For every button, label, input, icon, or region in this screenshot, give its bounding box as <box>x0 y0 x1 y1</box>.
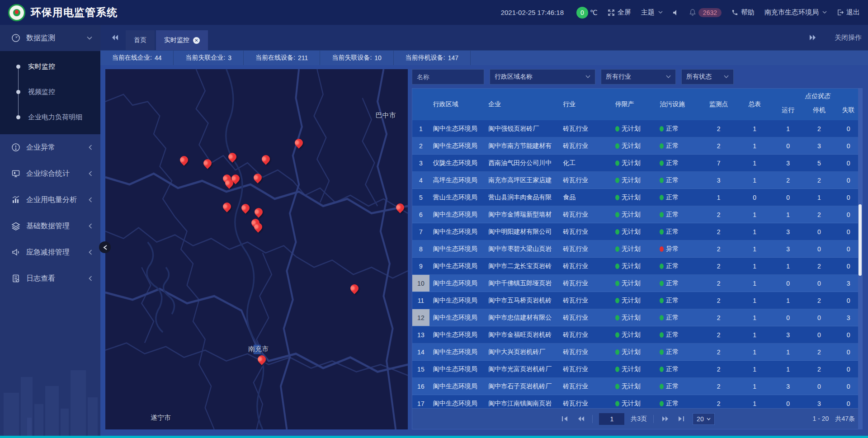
table-header: 行政区域企业行业停限产治污设施监测点总表点位状态运行停机失联 <box>412 89 862 120</box>
sidebar-item-1[interactable]: 企业异常 <box>0 134 100 160</box>
next-page-button[interactable] <box>660 414 670 424</box>
prev-page-button[interactable] <box>576 414 586 424</box>
sidebar-collapse-handle[interactable] <box>99 241 111 253</box>
cell-facility-status: 异常 <box>656 240 701 257</box>
chevron-down-icon <box>666 75 671 79</box>
table-row[interactable]: 17阆中生态环境局阆中市江南镇阆南页岩砖瓦行业无计划正常21030 <box>412 395 862 408</box>
cell-company: 阆中市忠信建材有限公 <box>485 309 559 326</box>
log-icon <box>11 273 21 283</box>
notifications-button[interactable]: 2632 <box>689 8 722 17</box>
sidebar-item-4[interactable]: 基础数据管理 <box>0 213 100 239</box>
cell-meters: 1 <box>736 275 773 292</box>
table-row[interactable]: 10阆中生态环境局阆中千佛镇五郎垭页岩砖瓦行业无计划正常21003 <box>412 275 862 292</box>
sidebar-item-5[interactable]: 应急减排管理 <box>0 239 100 265</box>
last-page-button[interactable] <box>676 414 686 424</box>
tab-1[interactable]: 实时监控✕ <box>156 30 208 50</box>
status-dot-icon <box>660 178 664 183</box>
industry-filter-select[interactable]: 所有行业 <box>601 69 676 85</box>
sidebar-subitem[interactable]: 企业电力负荷明细 <box>0 104 100 130</box>
sound-toggle[interactable] <box>673 9 679 16</box>
table-scrollbar[interactable] <box>858 89 862 429</box>
status-dot-icon <box>660 264 664 269</box>
map-pin-icon[interactable] <box>179 155 189 165</box>
tab-0[interactable]: 首页 <box>126 30 155 50</box>
map-pin-icon[interactable] <box>241 203 250 212</box>
table-row[interactable]: 1阆中生态环境局阆中强锐页岩砖厂砖瓦行业无计划正常21120 <box>412 120 862 137</box>
table-row[interactable]: 3仪陇生态环境局西南油气田分公司川中化工无计划正常71350 <box>412 155 862 172</box>
table-row[interactable]: 14阆中生态环境局阆中大兴页岩机砖厂砖瓦行业无计划正常21120 <box>412 344 862 361</box>
sidebar-subitem[interactable]: 视频监控 <box>0 79 100 104</box>
cell-region: 营山生态环境局 <box>429 189 485 206</box>
name-filter-input[interactable] <box>412 69 484 85</box>
fullscreen-button[interactable]: 全屏 <box>608 8 631 17</box>
map-roads <box>105 69 408 429</box>
cell-region: 阆中生态环境局 <box>429 326 485 343</box>
table-row[interactable]: 2阆中生态环境局阆中市南方节能建材有砖瓦行业无计划正常21030 <box>412 137 862 155</box>
tabs-scroll-left-button[interactable] <box>105 28 125 47</box>
help-button[interactable]: 帮助 <box>731 8 755 17</box>
table-row[interactable]: 9阆中生态环境局阆中市二龙长宝页岩砖砖瓦行业无计划正常21120 <box>412 258 862 275</box>
region-filter-select[interactable]: 行政区域名称 <box>490 69 595 85</box>
row-number: 12 <box>412 309 429 326</box>
fullscreen-icon <box>608 9 615 16</box>
map-pin-icon[interactable] <box>203 159 212 168</box>
table-row[interactable]: 5营山生态环境局营山县润丰肉食品有限食品无计划正常10010 <box>412 189 862 206</box>
table-row[interactable]: 11阆中生态环境局阆中市五马桥页岩机砖砖瓦行业无计划正常21120 <box>412 292 862 309</box>
sidebar: 数据监测实时监控视频监控企业电力负荷明细企业异常企业综合统计企业用电量分析基础数… <box>0 25 100 436</box>
status-dot-icon <box>660 367 664 372</box>
cell-region: 阆中生态环境局 <box>429 223 485 240</box>
chevron-left-icon <box>89 250 92 255</box>
map-pin-icon[interactable] <box>254 207 263 217</box>
table-row[interactable]: 13阆中生态环境局阆中市金福旺页岩机砖砖瓦行业无计划正常21300 <box>412 326 862 344</box>
map-pin-icon[interactable] <box>253 173 262 182</box>
sidebar-subitem[interactable]: 实时监控 <box>0 54 100 79</box>
theme-dropdown[interactable]: 主题 <box>641 8 663 17</box>
cell-meters: 1 <box>736 361 773 377</box>
sidebar-item-2[interactable]: 企业综合统计 <box>0 160 100 187</box>
map-pin-icon[interactable] <box>257 355 266 364</box>
cell-industry: 砖瓦行业 <box>559 309 611 326</box>
cell-meters: 1 <box>736 292 773 309</box>
table-row[interactable]: 8阆中生态环境局阆中市枣碧大梁山页岩砖瓦行业无计划异常21300 <box>412 240 862 258</box>
cell-region: 阆中生态环境局 <box>429 240 485 257</box>
cell-region: 阆中生态环境局 <box>429 120 485 137</box>
table-row[interactable]: 15阆中生态环境局阆中市光富页岩机砖厂砖瓦行业无计划正常21120 <box>412 361 862 378</box>
cell-company: 阆中市石子页岩机砖厂 <box>485 378 559 395</box>
first-page-button[interactable] <box>560 414 570 424</box>
bar-chart-icon <box>11 195 21 205</box>
tabs-scroll-right-button[interactable] <box>803 28 823 47</box>
map-pin-icon[interactable] <box>261 155 270 164</box>
table-row[interactable]: 7阆中生态环境局阆中明阳建材有限公司砖瓦行业无计划正常21300 <box>412 223 862 240</box>
map-pin-icon[interactable] <box>350 284 359 293</box>
table-row[interactable]: 12阆中生态环境局阆中市忠信建材有限公砖瓦行业无计划正常21003 <box>412 309 862 326</box>
cell-region: 阆中生态环境局 <box>429 292 485 309</box>
map-pin-icon[interactable] <box>294 138 303 147</box>
page-number-input[interactable] <box>599 413 624 425</box>
map-pin-icon[interactable] <box>222 202 231 211</box>
sidebar-item-0[interactable]: 数据监测 <box>0 25 100 51</box>
table-row[interactable]: 4高坪生态环境局南充市高坪区王家店建砖瓦行业无计划正常31220 <box>412 172 862 189</box>
sidebar-item-6[interactable]: 日志查看 <box>0 265 100 292</box>
map-pin-icon[interactable] <box>254 222 263 231</box>
logout-button[interactable]: 退出 <box>837 8 860 17</box>
app-title: 环保用电监管系统 <box>31 5 118 19</box>
cell-industry: 砖瓦行业 <box>559 326 611 343</box>
close-icon[interactable]: ✕ <box>193 37 200 44</box>
tab-list: 首页实时监控✕ <box>126 30 209 50</box>
table-row[interactable]: 16阆中生态环境局阆中市石子页岩机砖厂砖瓦行业无计划正常21300 <box>412 378 862 395</box>
map-pin-icon[interactable] <box>228 152 237 161</box>
cell-run: 3 <box>773 326 804 343</box>
close-operations-dropdown[interactable]: 关闭操作 <box>835 33 862 42</box>
page-size-select[interactable]: 20 <box>693 413 715 425</box>
table-row[interactable]: 6阆中生态环境局阆中市金博瑞新型墙材砖瓦行业无计划正常21120 <box>412 206 862 223</box>
map-pin-icon[interactable] <box>396 203 405 212</box>
sidebar-item-label: 企业异常 <box>26 143 89 152</box>
org-dropdown[interactable]: 南充市生态环境局 <box>764 8 827 17</box>
sidebar-item-3[interactable]: 企业用电量分析 <box>0 187 100 213</box>
map-panel[interactable]: 巴中市南充市遂宁市 <box>105 69 408 429</box>
status-filter-select[interactable]: 所有状态 <box>681 69 734 85</box>
cell-limit-status: 无计划 <box>612 189 656 206</box>
status-dot-icon <box>660 212 664 217</box>
cell-stop: 2 <box>804 206 835 223</box>
map-pin-icon[interactable] <box>231 174 240 183</box>
